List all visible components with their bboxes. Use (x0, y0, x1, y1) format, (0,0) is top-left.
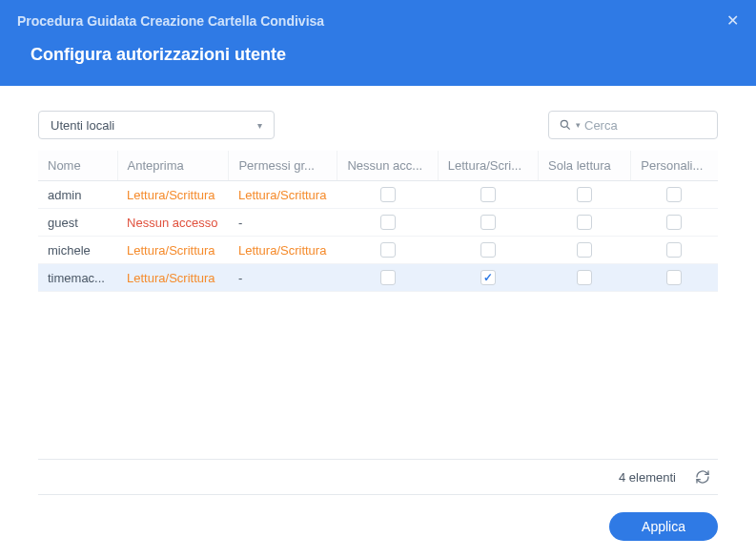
checkbox-no-access[interactable] (380, 242, 396, 258)
checkbox-no-access[interactable] (380, 270, 396, 285)
page-subtitle: Configura autorizzazioni utente (0, 37, 756, 86)
checkbox-read-write[interactable] (480, 242, 496, 258)
user-filter-select[interactable]: Utenti locali ▾ (38, 111, 275, 139)
checkbox-read-write[interactable] (480, 187, 496, 202)
apply-button[interactable]: Applica (609, 512, 718, 541)
cell-text: Lettura/Scrittura (229, 237, 337, 264)
cell-text: - (229, 264, 337, 292)
cell-text: timemac... (38, 264, 117, 292)
col-no-access[interactable]: Nessun acc... (337, 151, 438, 181)
col-custom[interactable]: Personali... (631, 151, 718, 181)
cell-text: michele (38, 237, 117, 264)
checkbox-read-only[interactable] (577, 215, 592, 230)
permissions-table: Nome Anteprima Permessi gr... Nessun acc… (38, 151, 718, 292)
row-count: 4 elementi (619, 470, 676, 485)
checkbox-no-access[interactable] (380, 187, 396, 202)
cell-text: - (229, 209, 337, 237)
checkbox-custom[interactable] (666, 270, 682, 285)
user-filter-value: Utenti locali (51, 118, 114, 133)
table-row[interactable]: adminLettura/ScritturaLettura/Scrittura (38, 181, 718, 209)
table-row[interactable]: guestNessun accesso- (38, 209, 718, 237)
cell-text: Lettura/Scrittura (229, 181, 337, 209)
search-box[interactable]: ▾ (548, 111, 718, 139)
search-icon (559, 118, 572, 132)
refresh-icon[interactable] (695, 469, 710, 485)
col-read-only[interactable]: Sola lettura (539, 151, 631, 181)
col-preview[interactable]: Anteprima (117, 151, 229, 181)
col-group[interactable]: Permessi gr... (229, 151, 337, 181)
checkbox-read-only[interactable] (577, 187, 592, 202)
svg-point-0 (561, 120, 567, 127)
search-input[interactable] (584, 118, 707, 133)
checkbox-no-access[interactable] (380, 215, 396, 230)
checkbox-read-write[interactable] (480, 270, 496, 285)
window-title: Procedura Guidata Creazione Cartella Con… (17, 13, 324, 29)
checkbox-custom[interactable] (666, 187, 682, 202)
col-name[interactable]: Nome (38, 151, 117, 181)
cell-text: admin (38, 181, 117, 209)
table-row[interactable]: micheleLettura/ScritturaLettura/Scrittur… (38, 237, 718, 264)
col-read-write[interactable]: Lettura/Scri... (438, 151, 538, 181)
chevron-down-icon: ▾ (257, 120, 262, 131)
cell-text: Lettura/Scrittura (117, 264, 229, 292)
checkbox-read-write[interactable] (480, 215, 496, 230)
close-icon[interactable]: ✕ (726, 11, 739, 30)
checkbox-read-only[interactable] (577, 242, 592, 258)
checkbox-custom[interactable] (666, 242, 682, 258)
checkbox-read-only[interactable] (577, 270, 592, 285)
cell-text: Nessun accesso (117, 209, 229, 237)
checkbox-custom[interactable] (666, 215, 682, 230)
cell-text: guest (38, 209, 117, 237)
cell-text: Lettura/Scrittura (117, 181, 229, 209)
svg-line-1 (567, 127, 570, 130)
cell-text: Lettura/Scrittura (117, 237, 229, 264)
table-row[interactable]: timemac...Lettura/Scrittura- (38, 264, 718, 292)
chevron-down-icon: ▾ (576, 120, 581, 130)
